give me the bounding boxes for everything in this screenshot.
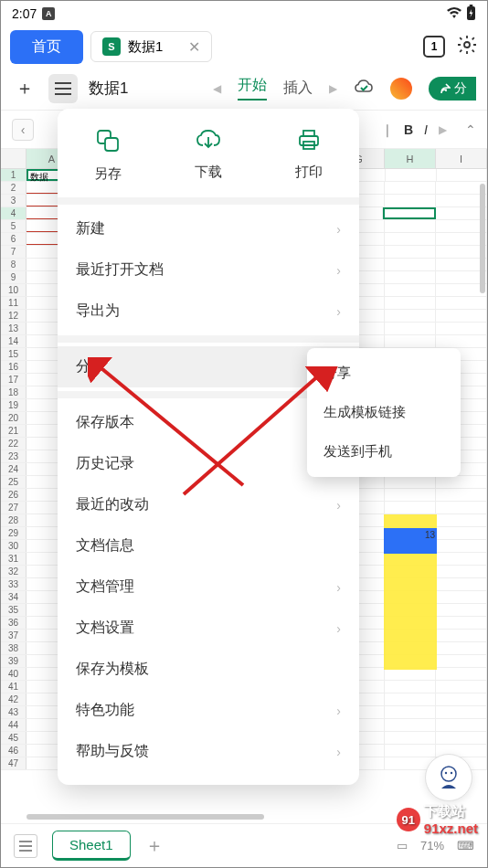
- collapse-icon[interactable]: ⌃: [465, 122, 476, 137]
- submenu-gen-link[interactable]: 生成模板链接: [307, 393, 461, 432]
- zoom-level[interactable]: 71%: [420, 839, 444, 852]
- menu-save-template[interactable]: 保存为模板: [58, 649, 359, 690]
- chevron-right-icon: ›: [336, 580, 341, 595]
- top-tabs: 首页 S 数据1 ✕ 1: [1, 26, 487, 67]
- menu-prev-icon[interactable]: ◀: [213, 82, 221, 95]
- select-all-corner[interactable]: [1, 149, 27, 168]
- chevron-right-icon: ›: [336, 745, 341, 759]
- menu-features[interactable]: 特色功能›: [58, 690, 359, 731]
- settings-icon[interactable]: [456, 34, 478, 59]
- document-tab-label: 数据1: [128, 38, 163, 56]
- share-button[interactable]: 分: [429, 77, 476, 101]
- italic-button[interactable]: I: [424, 122, 428, 137]
- vertical-scrollbar[interactable]: [480, 184, 485, 805]
- col-header: I: [436, 149, 487, 168]
- svg-point-2: [464, 42, 470, 48]
- sheet-app-icon: S: [102, 37, 121, 56]
- print-button[interactable]: 打印: [295, 129, 323, 183]
- chevron-right-icon: ›: [336, 498, 341, 513]
- format-prev-icon[interactable]: ‹: [12, 119, 34, 141]
- watermark: 91 下载站 91xz.net: [397, 803, 478, 836]
- format-separator-icon: ❘: [382, 122, 393, 137]
- cell-annotation: 13: [384, 528, 437, 554]
- chevron-right-icon: ›: [336, 263, 341, 278]
- battery-icon: [466, 5, 476, 24]
- status-bar: 2:07 A: [1, 1, 487, 26]
- chevron-right-icon: ›: [336, 304, 341, 319]
- menu-doc-settings[interactable]: 文档设置›: [58, 608, 359, 649]
- menu-recent[interactable]: 最近打开文档›: [58, 249, 359, 291]
- col-header: H: [385, 149, 436, 168]
- menu-export[interactable]: 导出为›: [58, 291, 359, 332]
- menu-new[interactable]: 新建›: [58, 208, 359, 249]
- share-submenu: 分享 生成模板链接 发送到手机: [307, 348, 461, 477]
- chevron-right-icon: ›: [336, 621, 341, 636]
- svg-point-15: [451, 772, 452, 774]
- save-as-icon: [96, 129, 120, 158]
- print-icon: [297, 129, 321, 156]
- tab-start[interactable]: 开始: [238, 76, 267, 101]
- cloud-sync-icon[interactable]: [354, 79, 374, 99]
- toolbar: ＋ 数据1 ◀ 开始 插入 ▶ 分: [1, 67, 487, 111]
- assistant-button[interactable]: [425, 754, 472, 801]
- svg-rect-9: [300, 136, 318, 145]
- download-button[interactable]: 下载: [195, 129, 222, 183]
- hamburger-menu[interactable]: [48, 74, 78, 103]
- status-badge: A: [42, 7, 55, 20]
- chevron-right-icon: ›: [336, 222, 341, 237]
- status-time: 2:07: [12, 6, 37, 21]
- keyboard-toggle-icon[interactable]: ⌨: [457, 839, 474, 852]
- svg-point-13: [441, 767, 456, 781]
- save-as-label: 另存: [94, 165, 122, 183]
- chevron-right-icon: ›: [336, 704, 341, 718]
- menu-next-icon[interactable]: ▶: [329, 82, 337, 95]
- tab-count[interactable]: 1: [423, 36, 445, 58]
- document-name: 数据1: [89, 78, 128, 99]
- format-more-icon[interactable]: ▶: [439, 123, 447, 136]
- print-label: 打印: [295, 164, 323, 181]
- view-mode-icon[interactable]: ▭: [397, 839, 408, 852]
- wifi-icon: [446, 6, 462, 22]
- menu-doc-manage[interactable]: 文档管理›: [58, 566, 359, 608]
- add-sheet-button[interactable]: ＋: [145, 833, 164, 858]
- user-avatar[interactable]: [390, 78, 412, 100]
- submenu-share[interactable]: 分享: [307, 354, 461, 393]
- menu-doc-info[interactable]: 文档信息: [58, 525, 359, 566]
- download-icon: [196, 129, 221, 156]
- download-label: 下载: [195, 164, 222, 181]
- submenu-send-phone[interactable]: 发送到手机: [307, 432, 461, 471]
- bold-button[interactable]: B: [404, 122, 413, 137]
- home-button[interactable]: 首页: [10, 30, 83, 64]
- document-tab[interactable]: S 数据1 ✕: [90, 31, 212, 62]
- watermark-logo: 91: [397, 808, 420, 831]
- svg-point-14: [445, 772, 447, 774]
- close-tab-icon[interactable]: ✕: [188, 38, 200, 56]
- add-icon[interactable]: ＋: [12, 76, 37, 101]
- menu-recent-changes[interactable]: 最近的改动›: [58, 484, 359, 525]
- save-as-button[interactable]: 另存: [94, 129, 122, 183]
- tab-insert[interactable]: 插入: [283, 79, 313, 98]
- menu-feedback[interactable]: 帮助与反馈›: [58, 731, 359, 772]
- svg-rect-1: [470, 5, 473, 6]
- sheet-list-button[interactable]: [14, 834, 37, 858]
- share-button-label: 分: [454, 80, 467, 97]
- svg-rect-7: [105, 138, 118, 151]
- sheet-tab-active[interactable]: Sheet1: [52, 831, 131, 861]
